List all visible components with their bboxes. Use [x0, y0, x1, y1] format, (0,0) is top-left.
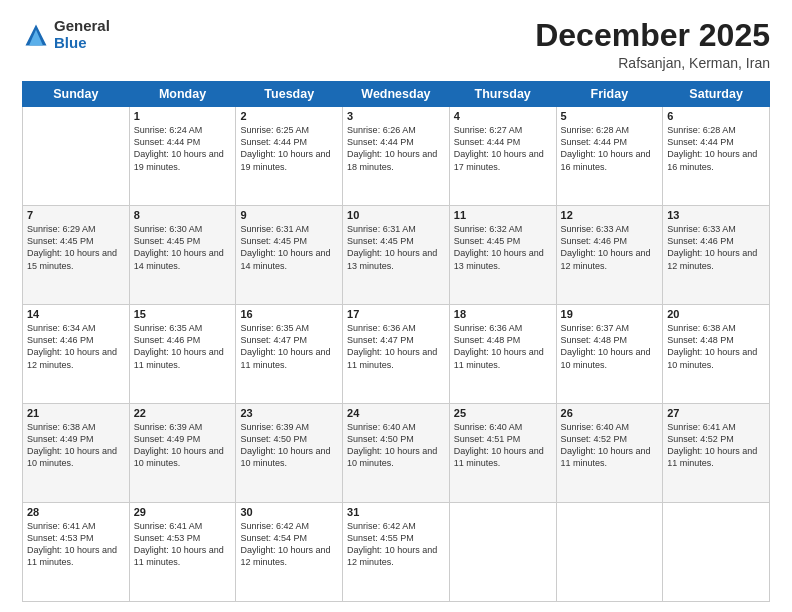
day-info: Sunrise: 6:33 AM Sunset: 4:46 PM Dayligh…: [561, 223, 659, 272]
day-number: 25: [454, 407, 552, 419]
day-info: Sunrise: 6:39 AM Sunset: 4:49 PM Dayligh…: [134, 421, 232, 470]
col-tuesday: Tuesday: [236, 82, 343, 107]
title-block: December 2025 Rafsanjan, Kerman, Iran: [535, 18, 770, 71]
logo-blue-text: Blue: [54, 35, 110, 52]
logo: General Blue: [22, 18, 110, 51]
day-info: Sunrise: 6:33 AM Sunset: 4:46 PM Dayligh…: [667, 223, 765, 272]
day-info: Sunrise: 6:36 AM Sunset: 4:47 PM Dayligh…: [347, 322, 445, 371]
day-info: Sunrise: 6:42 AM Sunset: 4:54 PM Dayligh…: [240, 520, 338, 569]
day-info: Sunrise: 6:24 AM Sunset: 4:44 PM Dayligh…: [134, 124, 232, 173]
calendar-week-row: 7Sunrise: 6:29 AM Sunset: 4:45 PM Daylig…: [23, 206, 770, 305]
col-saturday: Saturday: [663, 82, 770, 107]
calendar-cell: 26Sunrise: 6:40 AM Sunset: 4:52 PM Dayli…: [556, 404, 663, 503]
day-info: Sunrise: 6:40 AM Sunset: 4:51 PM Dayligh…: [454, 421, 552, 470]
calendar-cell: 18Sunrise: 6:36 AM Sunset: 4:48 PM Dayli…: [449, 305, 556, 404]
day-number: 2: [240, 110, 338, 122]
calendar-cell: [556, 503, 663, 602]
day-number: 31: [347, 506, 445, 518]
day-number: 9: [240, 209, 338, 221]
day-info: Sunrise: 6:28 AM Sunset: 4:44 PM Dayligh…: [667, 124, 765, 173]
header: General Blue December 2025 Rafsanjan, Ke…: [22, 18, 770, 71]
day-number: 26: [561, 407, 659, 419]
day-info: Sunrise: 6:42 AM Sunset: 4:55 PM Dayligh…: [347, 520, 445, 569]
day-number: 15: [134, 308, 232, 320]
day-number: 8: [134, 209, 232, 221]
day-number: 14: [27, 308, 125, 320]
day-info: Sunrise: 6:35 AM Sunset: 4:47 PM Dayligh…: [240, 322, 338, 371]
calendar-cell: 22Sunrise: 6:39 AM Sunset: 4:49 PM Dayli…: [129, 404, 236, 503]
day-number: 5: [561, 110, 659, 122]
calendar-cell: 11Sunrise: 6:32 AM Sunset: 4:45 PM Dayli…: [449, 206, 556, 305]
calendar-table: Sunday Monday Tuesday Wednesday Thursday…: [22, 81, 770, 602]
day-info: Sunrise: 6:37 AM Sunset: 4:48 PM Dayligh…: [561, 322, 659, 371]
calendar-cell: 13Sunrise: 6:33 AM Sunset: 4:46 PM Dayli…: [663, 206, 770, 305]
calendar-week-row: 21Sunrise: 6:38 AM Sunset: 4:49 PM Dayli…: [23, 404, 770, 503]
logo-general-text: General: [54, 18, 110, 35]
day-number: 22: [134, 407, 232, 419]
day-info: Sunrise: 6:31 AM Sunset: 4:45 PM Dayligh…: [240, 223, 338, 272]
day-number: 21: [27, 407, 125, 419]
day-number: 23: [240, 407, 338, 419]
day-number: 1: [134, 110, 232, 122]
day-number: 11: [454, 209, 552, 221]
calendar-cell: 25Sunrise: 6:40 AM Sunset: 4:51 PM Dayli…: [449, 404, 556, 503]
calendar-cell: 21Sunrise: 6:38 AM Sunset: 4:49 PM Dayli…: [23, 404, 130, 503]
day-number: 12: [561, 209, 659, 221]
calendar-cell: 28Sunrise: 6:41 AM Sunset: 4:53 PM Dayli…: [23, 503, 130, 602]
calendar-cell: 14Sunrise: 6:34 AM Sunset: 4:46 PM Dayli…: [23, 305, 130, 404]
day-info: Sunrise: 6:41 AM Sunset: 4:52 PM Dayligh…: [667, 421, 765, 470]
calendar-week-row: 14Sunrise: 6:34 AM Sunset: 4:46 PM Dayli…: [23, 305, 770, 404]
day-info: Sunrise: 6:30 AM Sunset: 4:45 PM Dayligh…: [134, 223, 232, 272]
day-info: Sunrise: 6:27 AM Sunset: 4:44 PM Dayligh…: [454, 124, 552, 173]
calendar-cell: 30Sunrise: 6:42 AM Sunset: 4:54 PM Dayli…: [236, 503, 343, 602]
col-thursday: Thursday: [449, 82, 556, 107]
day-number: 30: [240, 506, 338, 518]
day-number: 28: [27, 506, 125, 518]
page: General Blue December 2025 Rafsanjan, Ke…: [0, 0, 792, 612]
day-info: Sunrise: 6:29 AM Sunset: 4:45 PM Dayligh…: [27, 223, 125, 272]
day-info: Sunrise: 6:28 AM Sunset: 4:44 PM Dayligh…: [561, 124, 659, 173]
day-number: 19: [561, 308, 659, 320]
day-info: Sunrise: 6:39 AM Sunset: 4:50 PM Dayligh…: [240, 421, 338, 470]
day-info: Sunrise: 6:31 AM Sunset: 4:45 PM Dayligh…: [347, 223, 445, 272]
day-number: 16: [240, 308, 338, 320]
day-number: 10: [347, 209, 445, 221]
calendar-cell: 19Sunrise: 6:37 AM Sunset: 4:48 PM Dayli…: [556, 305, 663, 404]
calendar-cell: [23, 107, 130, 206]
calendar-cell: 31Sunrise: 6:42 AM Sunset: 4:55 PM Dayli…: [343, 503, 450, 602]
day-number: 29: [134, 506, 232, 518]
calendar-week-row: 1Sunrise: 6:24 AM Sunset: 4:44 PM Daylig…: [23, 107, 770, 206]
calendar-week-row: 28Sunrise: 6:41 AM Sunset: 4:53 PM Dayli…: [23, 503, 770, 602]
day-number: 13: [667, 209, 765, 221]
day-number: 4: [454, 110, 552, 122]
day-number: 7: [27, 209, 125, 221]
calendar-cell: 29Sunrise: 6:41 AM Sunset: 4:53 PM Dayli…: [129, 503, 236, 602]
day-info: Sunrise: 6:35 AM Sunset: 4:46 PM Dayligh…: [134, 322, 232, 371]
calendar-cell: 6Sunrise: 6:28 AM Sunset: 4:44 PM Daylig…: [663, 107, 770, 206]
calendar-cell: 24Sunrise: 6:40 AM Sunset: 4:50 PM Dayli…: [343, 404, 450, 503]
day-info: Sunrise: 6:26 AM Sunset: 4:44 PM Dayligh…: [347, 124, 445, 173]
day-number: 20: [667, 308, 765, 320]
calendar-cell: 3Sunrise: 6:26 AM Sunset: 4:44 PM Daylig…: [343, 107, 450, 206]
day-info: Sunrise: 6:34 AM Sunset: 4:46 PM Dayligh…: [27, 322, 125, 371]
calendar-cell: 1Sunrise: 6:24 AM Sunset: 4:44 PM Daylig…: [129, 107, 236, 206]
col-wednesday: Wednesday: [343, 82, 450, 107]
day-number: 18: [454, 308, 552, 320]
calendar-cell: [663, 503, 770, 602]
day-info: Sunrise: 6:25 AM Sunset: 4:44 PM Dayligh…: [240, 124, 338, 173]
calendar-cell: 27Sunrise: 6:41 AM Sunset: 4:52 PM Dayli…: [663, 404, 770, 503]
day-number: 27: [667, 407, 765, 419]
day-info: Sunrise: 6:36 AM Sunset: 4:48 PM Dayligh…: [454, 322, 552, 371]
calendar-cell: 5Sunrise: 6:28 AM Sunset: 4:44 PM Daylig…: [556, 107, 663, 206]
month-title: December 2025: [535, 18, 770, 53]
col-monday: Monday: [129, 82, 236, 107]
calendar-cell: 17Sunrise: 6:36 AM Sunset: 4:47 PM Dayli…: [343, 305, 450, 404]
day-info: Sunrise: 6:40 AM Sunset: 4:50 PM Dayligh…: [347, 421, 445, 470]
col-sunday: Sunday: [23, 82, 130, 107]
day-number: 17: [347, 308, 445, 320]
calendar-cell: [449, 503, 556, 602]
calendar-cell: 23Sunrise: 6:39 AM Sunset: 4:50 PM Dayli…: [236, 404, 343, 503]
calendar-cell: 20Sunrise: 6:38 AM Sunset: 4:48 PM Dayli…: [663, 305, 770, 404]
day-info: Sunrise: 6:41 AM Sunset: 4:53 PM Dayligh…: [134, 520, 232, 569]
calendar-cell: 2Sunrise: 6:25 AM Sunset: 4:44 PM Daylig…: [236, 107, 343, 206]
